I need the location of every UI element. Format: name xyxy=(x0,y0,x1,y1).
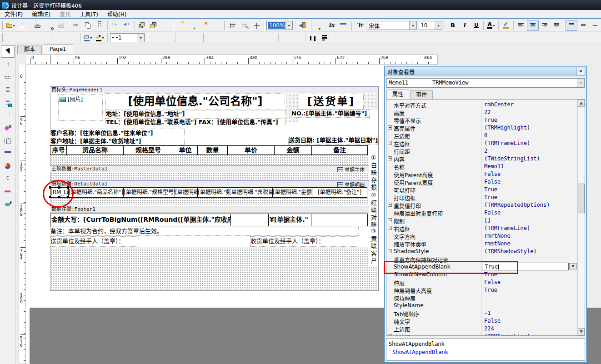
line-color-button[interactable]: ▾ xyxy=(94,32,106,43)
align-center-button[interactable] xyxy=(527,20,539,31)
band-detaildata[interactable]: 细项数据:DetailData1 xyxy=(50,180,378,187)
cut-button[interactable] xyxy=(70,20,82,31)
insert-picture-button[interactable] xyxy=(1,109,15,121)
dialog-form-button[interactable] xyxy=(337,20,349,31)
detail-cell-4[interactable]: [单据明细."数量"] xyxy=(197,187,229,198)
send-to-back-button[interactable] xyxy=(148,20,160,31)
band-footer[interactable]: 数据注脚:Footer1 xyxy=(50,206,378,213)
detail-cell-6[interactable]: [单据明细."金额"] xyxy=(272,187,312,198)
frame-right-button[interactable] xyxy=(40,32,52,43)
insert-chart-button[interactable] xyxy=(1,160,15,172)
expand-icon[interactable]: + xyxy=(388,125,392,130)
copy-stub-2[interactable]: ②红联对账 xyxy=(369,190,378,230)
property-row-14[interactable]: 伸展溢出时重复打印False xyxy=(386,209,577,217)
highlight-color-button[interactable] xyxy=(500,20,512,31)
combo-arrow-button[interactable]: ▾ xyxy=(137,34,144,42)
band-masterdata[interactable]: 主项数据:MasterData1 xyxy=(50,165,378,172)
property-row-5[interactable]: +左边框(TRMFrameLine) xyxy=(386,139,577,147)
snap-to-grid-button[interactable] xyxy=(239,20,250,31)
paste-button[interactable] xyxy=(94,20,106,31)
table-header-cell-6[interactable]: 金额 xyxy=(274,145,312,155)
scroll-thumb[interactable] xyxy=(578,184,585,213)
property-row-29[interactable]: 上边距224 xyxy=(386,324,577,333)
valign-top-button[interactable] xyxy=(566,20,577,31)
font-name-combo[interactable]: 宋体▾ xyxy=(367,21,417,30)
tel-fax-memo[interactable]: TEL：[使用单位信息."联系电话"] FAX：[使用单位信息."传真"] xyxy=(105,118,286,126)
scroll-up-button[interactable]: ▲ xyxy=(578,100,585,107)
detail-cell-5[interactable]: [单据明细."含税单价"] xyxy=(229,187,273,198)
sign-left-memo[interactable]: 送货单位及经手人（盖章）： xyxy=(50,236,139,247)
expand-icon[interactable]: + xyxy=(388,249,392,253)
object-selector-combo[interactable]: Memo11 TRMMemoView ▾ xyxy=(386,78,585,88)
insert-line-button[interactable] xyxy=(1,185,15,198)
property-row-9[interactable]: 使用Parent高度False xyxy=(386,170,577,178)
combo-arrow-button[interactable]: ▾ xyxy=(285,21,292,30)
insert-sub-report-button[interactable] xyxy=(1,135,15,147)
save-button[interactable] xyxy=(17,20,29,31)
property-row-23[interactable]: 伸展False xyxy=(386,278,577,286)
footer-cell-1[interactable] xyxy=(230,214,269,226)
font-name-icon-button[interactable] xyxy=(354,20,366,31)
company-name-memo[interactable]: [使用单位信息."公司名称"] xyxy=(105,93,285,110)
open-button[interactable]: ▾ xyxy=(5,20,17,31)
combo-arrow-button[interactable]: ▾ xyxy=(577,79,584,87)
print-button[interactable] xyxy=(32,20,44,31)
insert-paint-button[interactable] xyxy=(1,198,15,210)
property-row-2[interactable]: 零值不显示True xyxy=(386,116,577,124)
underline-button[interactable] xyxy=(470,20,482,31)
expand-icon[interactable]: + xyxy=(388,218,392,222)
table-header-cell-1[interactable]: 货品名称 xyxy=(66,145,124,155)
expand-icon[interactable]: + xyxy=(388,203,392,207)
footer-cell-3[interactable] xyxy=(311,214,368,226)
expand-icon[interactable]: + xyxy=(388,334,392,336)
scrollbar[interactable]: ▲ ▼ xyxy=(577,100,585,335)
zoom-combo[interactable]: 100%▾ xyxy=(266,21,293,30)
italic-button[interactable] xyxy=(458,20,470,31)
delete-page-button[interactable] xyxy=(198,20,210,31)
property-row-28[interactable]: 纯文字False xyxy=(386,317,577,325)
property-row-3[interactable]: +高亮属性(TRMHighlight) xyxy=(386,124,577,132)
menu-help[interactable]: 帮助(H) xyxy=(103,10,131,18)
property-row-10[interactable]: 使用Parent宽度False xyxy=(386,178,577,186)
property-row-27[interactable]: Tab键顺序-1 xyxy=(386,309,577,317)
frame-bottom-button[interactable] xyxy=(17,32,29,43)
description-link[interactable]: ShowAtAppendBlank xyxy=(392,349,448,355)
property-row-13[interactable]: +重复值打印(TRMRepeatedOptions) xyxy=(386,201,577,209)
picture-element[interactable]: [图片] xyxy=(58,94,103,121)
print-preview-button[interactable] xyxy=(44,20,55,31)
sign-right-memo[interactable]: 收货单位及经手人（盖章）： xyxy=(250,236,358,247)
footer-cell-0[interactable]: 金额大写：[CurrToBigNum([RMRound([单据主体."应收应付 xyxy=(50,214,231,226)
blank-page-button[interactable] xyxy=(210,20,222,31)
detail-cell-2[interactable]: [单据明细."规格型号"] xyxy=(123,187,175,198)
property-dropdown-button[interactable]: ▼ xyxy=(569,263,577,269)
grid-cells-button[interactable] xyxy=(250,20,262,31)
property-row-1[interactable]: 高度22 xyxy=(386,108,577,116)
bring-to-front-button[interactable] xyxy=(136,20,148,31)
detail-cell-1[interactable]: [单据明细."商品名称"] xyxy=(68,187,124,198)
frame-top-button[interactable] xyxy=(5,32,17,43)
line-width-combo[interactable]: 1▾ xyxy=(110,33,145,42)
table-header-cell-2[interactable]: 规格型号 xyxy=(123,145,173,155)
table-header-cell-3[interactable]: 单位 xyxy=(173,145,198,155)
bold-button[interactable] xyxy=(446,20,458,31)
expand-icon[interactable]: + xyxy=(388,226,392,230)
valign-bottom-button[interactable] xyxy=(589,20,601,31)
address-memo[interactable]: 地址：[使用单位信息."地址"] xyxy=(105,110,285,118)
insert-band-button[interactable] xyxy=(1,71,15,83)
property-row-26[interactable]: StyleName xyxy=(386,301,577,309)
customer-name-memo[interactable]: 客户名称：[往来单位信息."往来单位"] xyxy=(50,129,185,137)
table-header-cell-7[interactable]: 备注 xyxy=(311,145,368,155)
combo-arrow-button[interactable]: ▾ xyxy=(409,21,416,30)
menu-tools[interactable]: 工具(T) xyxy=(75,10,103,18)
scroll-down-button[interactable]: ▼ xyxy=(578,328,585,335)
detail-cell-3[interactable]: [单据明细."单位"] xyxy=(175,187,198,198)
table-header-cell-4[interactable]: 数量 xyxy=(197,145,228,155)
insert-db-memo-button[interactable] xyxy=(1,96,15,109)
close-button[interactable]: ✕ xyxy=(576,68,585,75)
expand-icon[interactable]: + xyxy=(388,156,392,160)
property-row-6[interactable]: 行间距2 xyxy=(386,147,577,155)
new-page-button[interactable] xyxy=(175,20,186,31)
remark-memo[interactable]: 备注：本单视为合约，经双方签章后生效。 xyxy=(50,227,359,236)
property-row-11[interactable]: 可以打印True xyxy=(386,185,577,194)
tab-page1[interactable]: Page1 xyxy=(43,44,73,54)
